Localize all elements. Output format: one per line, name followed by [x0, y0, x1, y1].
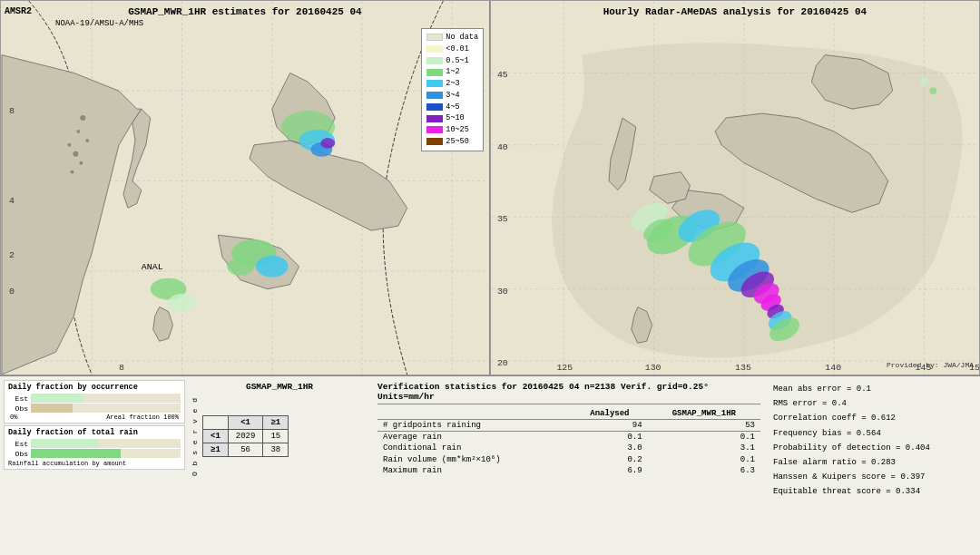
right-map-svg: 45 40 35 30 20 125 130 135 140 145 15	[491, 1, 979, 375]
obs-bar-container	[31, 404, 181, 413]
svg-point-14	[169, 294, 196, 312]
axis-100pct: Areal fraction 100%	[106, 414, 179, 421]
rain-est-bar-container	[31, 439, 181, 448]
rain-est-bar	[31, 439, 98, 448]
legend-5-10: 5~10	[446, 112, 464, 124]
legend-25-50: 25~50	[446, 136, 469, 148]
verif-val-cond-g: 3.1	[648, 443, 760, 453]
ct-ge1-row: ≥1	[203, 443, 229, 457]
obs-bar-row: Obs	[8, 404, 181, 413]
verif-col-gsmap: GSMAP_MWR_1HR	[648, 408, 760, 420]
occurrence-title: Daily fraction by occurrence	[8, 383, 181, 392]
ct-cell-b: 15	[263, 430, 289, 443]
stat-equitable-threat: Equitable threat score = 0.334	[773, 484, 971, 499]
ct-cell-d: 38	[263, 443, 289, 457]
stat-rms: RMS error = 0.4	[773, 396, 971, 411]
right-map-title: Hourly Radar-AMeDAS analysis for 2016042…	[491, 6, 979, 17]
stat-freq-bias: Frequency bias = 0.564	[773, 426, 971, 441]
right-map-panel: Hourly Radar-AMeDAS analysis for 2016042…	[490, 0, 980, 375]
legend-4-5: 4~5	[446, 102, 459, 113]
left-map-title: GSMAP_MWR_1HR estimates for 20160425 04	[1, 6, 489, 17]
verif-label-cond: Conditional rain	[377, 443, 572, 453]
ct-empty	[203, 416, 229, 430]
rain-title: Daily fraction of total rain	[8, 428, 181, 437]
rain-obs-bar-container	[31, 449, 181, 458]
svg-text:45: 45	[497, 70, 508, 80]
contingency-table-wrapper: <1 ≥1 <1 2029 15 ≥1	[202, 415, 289, 457]
verif-title: Verification statistics for 20160425 04 …	[377, 382, 760, 404]
svg-text:130: 130	[645, 363, 662, 373]
svg-text:125: 125	[556, 363, 573, 373]
svg-text:4: 4	[9, 196, 15, 206]
stat-prob-detection: Probability of detection = 0.404	[773, 441, 971, 455]
verif-val-gridpoints-g: 53	[648, 420, 760, 432]
legend-no-data: No data	[446, 32, 478, 44]
verif-val-max-g: 6.3	[648, 465, 760, 476]
ct-row2: ≥1 56 38	[203, 443, 289, 457]
verif-label-avg: Average rain	[377, 432, 572, 443]
svg-point-23	[73, 151, 78, 157]
verif-table: Analysed GSMAP_MWR_1HR # gridpoints rain…	[377, 408, 760, 476]
svg-point-57	[929, 87, 936, 94]
legend-3-4: 3~4	[446, 90, 459, 102]
noaa-label: NOAA-19/AMSU-A/MHS	[55, 19, 143, 28]
contingency-wrapper: O b s e r v e d <1 ≥1 <1	[191, 395, 368, 477]
svg-text:0: 0	[9, 287, 15, 297]
svg-point-18	[320, 138, 335, 149]
svg-text:35: 35	[497, 214, 508, 224]
legend-lt001: <0.01	[446, 44, 469, 55]
svg-point-19	[80, 115, 85, 121]
svg-text:40: 40	[497, 142, 508, 152]
obs-vertical-label: O b s e r v e d	[191, 395, 199, 477]
legend-10-25: 10~25	[446, 124, 469, 136]
est-label: Est	[8, 394, 28, 403]
occurrence-chart: Daily fraction by occurrence Est Obs 0% …	[4, 380, 185, 424]
contingency-table: <1 ≥1 <1 2029 15 ≥1	[202, 415, 289, 457]
rain-note: Rainfall accumulation by amount	[8, 460, 181, 467]
svg-point-25	[70, 170, 74, 174]
contingency-panel: GSMAP_MWR_1HR O b s e r v e d <1 ≥1	[189, 380, 370, 551]
occurrence-axis: 0% Areal fraction 100%	[8, 414, 181, 421]
svg-text:2: 2	[9, 250, 15, 260]
svg-text:140: 140	[825, 363, 841, 373]
rain-obs-bar-row: Obs	[8, 449, 181, 458]
est-bar-container	[31, 394, 181, 403]
jwa-credit: Provided by: JWA/JMA	[887, 361, 974, 369]
verif-val-vol-a: 0.2	[572, 453, 647, 465]
verif-row-gridpoints: # gridpoints raining 94 53	[377, 420, 760, 432]
verification-panel: Verification statistics for 20160425 04 …	[374, 380, 764, 551]
obs-bar	[31, 404, 73, 413]
verif-val-vol-g: 0.1	[648, 453, 760, 465]
ct-lt1-row: <1	[203, 430, 229, 443]
svg-text:20: 20	[497, 358, 508, 368]
verif-val-gridpoints-a: 94	[572, 420, 647, 432]
contingency-title: GSMAP_MWR_1HR	[191, 382, 368, 392]
verif-header-row: Analysed GSMAP_MWR_1HR	[377, 408, 760, 420]
stat-hanssen-kuipers: Hanssen & Kuipers score = 0.397	[773, 470, 971, 484]
rain-est-bar-row: Est	[8, 439, 181, 448]
svg-point-11	[256, 256, 289, 278]
color-legend: No data <0.01 0.5~1 1~2 2~3 3~4 4~5 5~10…	[421, 28, 484, 151]
verif-label-vol: Rain volume (mm*km²×10⁶)	[377, 453, 572, 465]
svg-point-12	[227, 258, 254, 276]
left-map-svg: 8 4 2 0 8 ANAL	[1, 1, 489, 375]
verif-col-analysed: Analysed	[572, 408, 647, 420]
svg-text:135: 135	[735, 363, 751, 373]
verif-label-gridpoints: # gridpoints raining	[377, 420, 572, 432]
verif-val-cond-a: 3.0	[572, 443, 647, 453]
verif-row-avg: Average rain 0.1 0.1	[377, 432, 760, 443]
verif-col-label	[377, 408, 572, 420]
verif-val-avg-g: 0.1	[648, 432, 760, 443]
svg-text:ANAL: ANAL	[142, 262, 163, 272]
rain-obs-label: Obs	[8, 450, 28, 458]
ct-cell-c: 56	[228, 443, 263, 457]
rain-obs-bar	[31, 449, 121, 458]
svg-text:8: 8	[9, 106, 15, 116]
est-bar-row: Est	[8, 394, 181, 403]
verif-val-max-a: 6.9	[572, 465, 647, 476]
main-container: GSMAP_MWR_1HR estimates for 20160425 04 …	[0, 0, 980, 555]
legend-05-1: 0.5~1	[446, 55, 469, 67]
ct-ge1-header: ≥1	[263, 416, 289, 430]
verif-row-cond: Conditional rain 3.0 3.1	[377, 443, 760, 453]
verif-val-avg-a: 0.1	[572, 432, 647, 443]
